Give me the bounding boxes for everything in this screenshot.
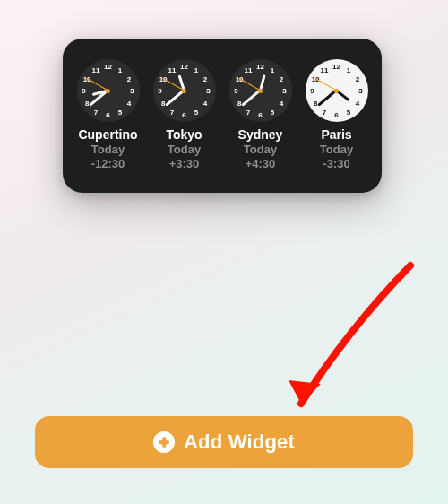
clock-numeral: 5 <box>118 108 122 116</box>
clock-numeral: 12 <box>332 63 340 71</box>
clock-city-label: Paris <box>321 127 351 143</box>
clock-face-icon: 123456789101112 <box>77 59 140 122</box>
clock-numeral: 7 <box>323 108 326 116</box>
clock-numeral: 2 <box>280 74 283 83</box>
clock-numeral: 1 <box>118 65 122 74</box>
clock-cell: 123456789101112TokyoToday+3:30 <box>148 59 221 171</box>
annotation-arrow-icon <box>222 258 428 438</box>
clock-numeral: 7 <box>94 108 98 116</box>
clock-cell: 123456789101112SydneyToday+4:30 <box>224 59 297 171</box>
clock-pivot <box>258 89 263 93</box>
clock-numeral: 11 <box>168 65 177 74</box>
clock-numeral: 4 <box>127 99 131 107</box>
clock-day-label: Today <box>91 143 125 157</box>
clock-numeral: 2 <box>356 74 359 83</box>
clock-numeral: 2 <box>203 74 207 83</box>
clock-pivot <box>182 89 186 93</box>
clock-cell: 123456789101112CupertinoToday-12:30 <box>72 59 145 171</box>
clock-offset-label: +4:30 <box>246 157 276 171</box>
clock-second-hand <box>86 78 108 91</box>
clock-numeral: 8 <box>314 99 317 107</box>
clock-pivot <box>334 89 339 93</box>
clock-second-hand <box>314 78 337 91</box>
clock-day-label: Today <box>320 143 353 157</box>
clock-face-icon: 123456789101112 <box>153 59 216 122</box>
svg-marker-0 <box>289 380 321 404</box>
add-widget-label: Add Widget <box>184 430 295 454</box>
clock-numeral: 7 <box>246 108 250 116</box>
clock-offset-label: -12:30 <box>91 157 125 171</box>
clock-numeral: 9 <box>82 87 85 95</box>
clock-numeral: 6 <box>182 111 185 119</box>
clock-numeral: 2 <box>127 74 131 83</box>
clock-numeral: 4 <box>280 99 283 107</box>
clock-cell: 123456789101112ParisToday-3:30 <box>300 59 374 171</box>
clock-numeral: 6 <box>334 111 338 119</box>
clock-numeral: 8 <box>85 99 89 107</box>
clock-offset-label: -3:30 <box>323 157 349 171</box>
clock-face-icon: 123456789101112 <box>306 59 368 122</box>
clock-numeral: 3 <box>130 87 134 95</box>
clock-day-label: Today <box>168 143 201 157</box>
clock-face-icon: 123456789101112 <box>229 59 292 122</box>
clock-second-hand <box>238 78 261 91</box>
clock-numeral: 3 <box>282 87 286 95</box>
clock-day-label: Today <box>244 143 277 157</box>
clock-pivot <box>106 89 110 93</box>
plus-circle-icon <box>153 431 175 453</box>
clock-numeral: 1 <box>271 65 274 74</box>
clock-city-label: Tokyo <box>166 127 202 143</box>
clock-numeral: 5 <box>347 108 350 116</box>
clock-numeral: 11 <box>245 65 253 74</box>
clock-city-label: Cupertino <box>78 127 137 143</box>
clock-numeral: 1 <box>347 65 350 74</box>
clock-numeral: 5 <box>271 108 274 116</box>
clock-numeral: 4 <box>356 99 359 107</box>
clock-numeral: 7 <box>170 108 174 116</box>
clock-numeral: 1 <box>194 65 198 74</box>
clock-numeral: 5 <box>194 108 198 116</box>
clock-city-label: Sydney <box>238 127 283 143</box>
clock-numeral: 6 <box>258 111 262 119</box>
clock-numeral: 12 <box>104 63 112 71</box>
world-clock-widget[interactable]: 123456789101112CupertinoToday-12:3012345… <box>63 39 382 193</box>
clock-numeral: 11 <box>92 65 100 74</box>
clock-numeral: 4 <box>203 99 207 107</box>
clock-numeral: 9 <box>158 87 161 95</box>
clock-numeral: 3 <box>358 87 362 95</box>
clock-numeral: 3 <box>206 87 210 95</box>
add-widget-button[interactable]: Add Widget <box>35 416 413 468</box>
clock-numeral: 9 <box>310 87 314 95</box>
clock-numeral: 9 <box>234 87 237 95</box>
clock-numeral: 8 <box>161 99 165 107</box>
clock-numeral: 6 <box>106 111 109 119</box>
clock-numeral: 12 <box>180 63 188 71</box>
clock-numeral: 12 <box>256 63 264 71</box>
clock-numeral: 8 <box>237 99 241 107</box>
clock-offset-label: +3:30 <box>169 157 200 171</box>
clock-numeral: 11 <box>321 65 329 74</box>
